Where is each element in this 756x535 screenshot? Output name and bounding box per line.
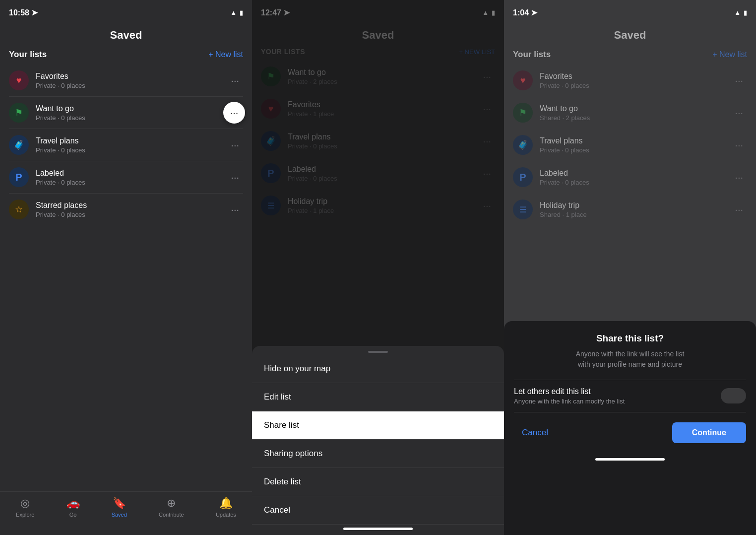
sheet-sharing-options[interactable]: Sharing options <box>252 440 504 468</box>
dialog-continue-button-3[interactable]: Continue <box>672 422 746 443</box>
labeled-meta-1: Private · 0 places <box>36 179 227 186</box>
wifi-icon-1: ▲ <box>230 9 237 16</box>
bottom-sheet-2: Hide on your map Edit list Share list Sh… <box>252 346 504 535</box>
toggle-title-3: Let others edit this list <box>514 387 625 396</box>
starred-meta-1: Private · 0 places <box>36 211 227 218</box>
holiday-meta-3: Shared · 1 place <box>540 211 731 218</box>
wantogo-icon-1: ⚑ <box>9 103 29 123</box>
dialog-cancel-button-3[interactable]: Cancel <box>514 423 556 443</box>
list-item-holiday-3[interactable]: ☰ Holiday trip Shared · 1 place ··· <box>504 194 756 225</box>
travelplans-more-3[interactable]: ··· <box>731 137 747 153</box>
wantogo-icon-3: ⚑ <box>513 103 533 123</box>
home-indicator-2 <box>343 528 413 530</box>
panel-saved-3: 1:04 ➤ ▲ ▮ Saved Your lists + New list ♥… <box>504 0 756 535</box>
screen-content-1: Saved Your lists + New list ♥ Favorites … <box>0 22 252 491</box>
new-list-button-3[interactable]: + New list <box>712 50 747 59</box>
favorites-more-1[interactable]: ··· <box>227 73 243 88</box>
list-item-favorites-3[interactable]: ♥ Favorites Private · 0 places ··· <box>504 65 756 96</box>
favorites-icon-1: ♥ <box>9 70 29 90</box>
travelplans-icon-1: 🧳 <box>9 135 29 155</box>
holiday-info-3: Holiday trip Shared · 1 place <box>540 201 731 218</box>
updates-label-1: Updates <box>216 512 236 518</box>
list-item-travelplans-1[interactable]: 🧳 Travel plans Private · 0 places ··· <box>0 129 252 161</box>
travelplans-info-3: Travel plans Private · 0 places <box>540 136 731 154</box>
battery-icon-3: ▮ <box>744 9 747 16</box>
starred-info-1: Starred places Private · 0 places <box>36 201 227 218</box>
labeled-name-3: Labeled <box>540 169 731 178</box>
status-time-3: 1:04 ➤ <box>513 8 537 17</box>
wantogo-info-1: Want to go Private · 0 places <box>36 104 243 122</box>
travelplans-name-3: Travel plans <box>540 136 731 145</box>
explore-label-1: Explore <box>16 512 34 518</box>
section-header-3: Your lists + New list <box>504 47 756 65</box>
contribute-icon-1: ⊕ <box>167 497 176 510</box>
dialog-toggle-row-3: Let others edit this list Anyone with th… <box>514 380 746 412</box>
wifi-icon-3: ▲ <box>734 9 741 16</box>
wantogo-more-3[interactable]: ··· <box>731 105 747 121</box>
labeled-info-3: Labeled Private · 0 places <box>540 169 731 186</box>
favorites-meta-1: Private · 0 places <box>36 82 227 89</box>
wantogo-meta-3: Shared · 2 places <box>540 114 731 122</box>
labeled-info-1: Labeled Private · 0 places <box>36 169 227 186</box>
nav-saved-1[interactable]: 🔖 Saved <box>112 497 127 518</box>
sheet-hide-on-map[interactable]: Hide on your map <box>252 355 504 383</box>
sheet-share-list[interactable]: Share list <box>252 411 504 440</box>
travelplans-meta-1: Private · 0 places <box>36 146 227 154</box>
toggle-switch-3[interactable] <box>721 388 746 403</box>
labeled-icon-3: P <box>513 167 533 187</box>
favorites-info-3: Favorites Private · 0 places <box>540 72 731 89</box>
favorites-meta-3: Private · 0 places <box>540 82 731 89</box>
screen-header-1: Saved <box>0 22 252 47</box>
favorites-more-3[interactable]: ··· <box>731 73 747 88</box>
labeled-name-1: Labeled <box>36 169 227 178</box>
screen-title-1: Saved <box>110 29 142 41</box>
nav-explore-1[interactable]: ◎ Explore <box>16 497 34 518</box>
list-item-labeled-3[interactable]: P Labeled Private · 0 places ··· <box>504 161 756 193</box>
contribute-label-1: Contribute <box>159 512 184 518</box>
go-icon-1: 🚗 <box>66 497 80 510</box>
holiday-icon-3: ☰ <box>513 200 533 219</box>
dialog-title-3: Share this list? <box>514 333 746 344</box>
status-bar-1: 10:58 ➤ ▲ ▮ <box>0 0 252 22</box>
wantogo-name-3: Want to go <box>540 104 731 113</box>
wantogo-info-3: Want to go Shared · 2 places <box>540 104 731 122</box>
list-item-favorites-1[interactable]: ♥ Favorites Private · 0 places ··· <box>0 65 252 96</box>
list-item-wantogo-1[interactable]: ⚑ Want to go Private · 0 places ··· <box>0 97 252 129</box>
labeled-more-3[interactable]: ··· <box>731 170 747 185</box>
travelplans-meta-3: Private · 0 places <box>540 146 731 154</box>
list-item-wantogo-3[interactable]: ⚑ Want to go Shared · 2 places ··· <box>504 97 756 129</box>
list-item-travelplans-3[interactable]: 🧳 Travel plans Private · 0 places ··· <box>504 129 756 161</box>
your-lists-label-1: Your lists <box>9 50 47 60</box>
sheet-cancel[interactable]: Cancel <box>252 496 504 525</box>
your-lists-label-3: Your lists <box>513 50 551 60</box>
holiday-more-3[interactable]: ··· <box>731 202 747 217</box>
status-icons-3: ▲ ▮ <box>734 9 747 16</box>
nav-go-1[interactable]: 🚗 Go <box>66 497 80 518</box>
screen-header-3: Saved <box>504 22 756 47</box>
nav-contribute-1[interactable]: ⊕ Contribute <box>159 497 184 518</box>
more-circle-button-1[interactable]: ··· <box>223 102 245 124</box>
updates-icon-1: 🔔 <box>219 497 233 510</box>
sheet-delete-list[interactable]: Delete list <box>252 468 504 496</box>
saved-icon-1: 🔖 <box>113 497 126 510</box>
panel-saved-1: 10:58 ➤ ▲ ▮ Saved Your lists + New list … <box>0 0 252 535</box>
labeled-meta-3: Private · 0 places <box>540 179 731 186</box>
labeled-more-1[interactable]: ··· <box>227 170 243 185</box>
share-dialog-3: Share this list? Anyone with the link wi… <box>504 321 756 535</box>
wantogo-name-1: Want to go <box>36 104 243 113</box>
more-dots-1: ··· <box>230 107 239 119</box>
wantogo-meta-1: Private · 0 places <box>36 114 243 122</box>
bottom-nav-1: ◎ Explore 🚗 Go 🔖 Saved ⊕ Contribute 🔔 Up… <box>0 491 252 530</box>
sheet-edit-list[interactable]: Edit list <box>252 383 504 411</box>
dialog-actions-3: Cancel Continue <box>514 412 746 455</box>
status-bar-3: 1:04 ➤ ▲ ▮ <box>504 0 756 22</box>
list-item-labeled-1[interactable]: P Labeled Private · 0 places ··· <box>0 161 252 193</box>
list-item-starred-1[interactable]: ☆ Starred places Private · 0 places ··· <box>0 194 252 225</box>
go-label-1: Go <box>69 512 77 518</box>
travelplans-more-1[interactable]: ··· <box>227 137 243 153</box>
favorites-name-3: Favorites <box>540 72 731 81</box>
new-list-button-1[interactable]: + New list <box>208 50 243 59</box>
nav-updates-1[interactable]: 🔔 Updates <box>216 497 236 518</box>
home-indicator-3 <box>595 458 665 461</box>
starred-more-1[interactable]: ··· <box>227 202 243 217</box>
